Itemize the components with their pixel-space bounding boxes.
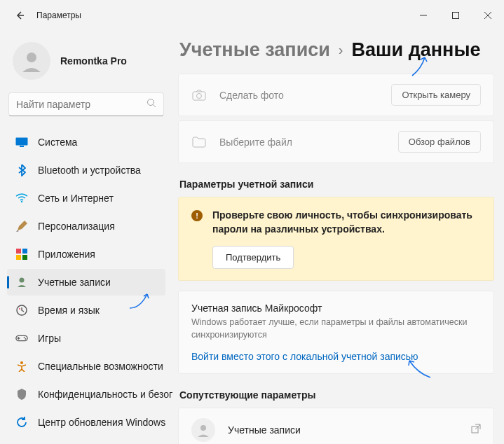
system-icon bbox=[15, 136, 28, 148]
svg-rect-9 bbox=[22, 255, 27, 260]
sidebar-item-label: Время и язык bbox=[38, 305, 100, 316]
svg-point-10 bbox=[20, 278, 25, 283]
chevron-right-icon: › bbox=[339, 42, 343, 58]
sidebar-item-accounts[interactable]: Учетные записи bbox=[7, 269, 165, 296]
svg-rect-6 bbox=[16, 249, 21, 254]
avatar bbox=[13, 42, 50, 80]
gaming-icon bbox=[15, 332, 28, 345]
browse-files-button[interactable]: Обзор файлов bbox=[398, 131, 481, 153]
camera-icon bbox=[191, 88, 207, 103]
svg-point-16 bbox=[20, 361, 23, 364]
svg-rect-3 bbox=[16, 138, 28, 146]
sidebar-item-time[interactable]: Время и язык bbox=[7, 297, 165, 324]
sidebar-item-label: Учетные записи bbox=[38, 277, 111, 288]
svg-point-2 bbox=[148, 99, 154, 106]
sidebar-item-update[interactable]: Центр обновления Windows bbox=[7, 409, 165, 436]
related-card: Учетные записи bbox=[178, 408, 494, 444]
breadcrumb: Учетные записи › Ваши данные bbox=[178, 39, 494, 61]
sidebar-item-label: Специальные возможности bbox=[38, 361, 163, 372]
sidebar-item-system[interactable]: Система bbox=[7, 129, 165, 155]
minimize-button[interactable] bbox=[407, 4, 440, 27]
sidebar: Remontka Pro СистемаBluetooth и устройст… bbox=[0, 31, 172, 444]
ms-account-card: Учетная запись Майкрософт Windows работа… bbox=[178, 291, 494, 374]
sidebar-item-gaming[interactable]: Игры bbox=[7, 325, 165, 352]
take-photo-row: Сделать фото Открыть камеру bbox=[179, 74, 493, 116]
close-button[interactable] bbox=[472, 4, 504, 27]
svg-point-18 bbox=[197, 93, 202, 98]
svg-point-5 bbox=[21, 201, 22, 202]
privacy-icon bbox=[15, 388, 28, 401]
search-icon bbox=[147, 98, 156, 111]
svg-rect-8 bbox=[16, 255, 21, 260]
breadcrumb-parent[interactable]: Учетные записи bbox=[179, 39, 330, 61]
avatar-icon bbox=[191, 418, 215, 442]
sidebar-item-label: Приложения bbox=[38, 249, 95, 260]
verify-button[interactable]: Подтвердить bbox=[212, 246, 294, 269]
maximize-icon bbox=[452, 12, 459, 19]
arrow-left-icon bbox=[15, 11, 25, 20]
svg-point-12 bbox=[19, 308, 20, 310]
svg-point-19 bbox=[200, 425, 206, 431]
sidebar-item-network[interactable]: Сеть и Интернет bbox=[7, 185, 165, 211]
svg-rect-7 bbox=[22, 249, 27, 254]
accessibility-icon bbox=[15, 360, 28, 373]
sidebar-item-accessibility[interactable]: Специальные возможности bbox=[7, 353, 165, 380]
user-area[interactable]: Remontka Pro bbox=[7, 36, 165, 92]
person-icon bbox=[19, 48, 44, 74]
file-card: Выберите файл Обзор файлов bbox=[178, 120, 494, 163]
close-icon bbox=[484, 12, 491, 19]
sidebar-item-apps[interactable]: Приложения bbox=[7, 241, 165, 268]
sidebar-item-personalize[interactable]: Персонализация bbox=[7, 213, 165, 240]
section-related-heading: Сопутствующие параметры bbox=[179, 389, 494, 401]
window-controls bbox=[407, 4, 504, 27]
personalize-icon bbox=[15, 220, 28, 233]
nav-list: СистемаBluetooth и устройстваСеть и Инте… bbox=[7, 129, 165, 436]
ms-account-desc: Windows работает лучше, если параметры и… bbox=[191, 317, 481, 341]
sidebar-item-label: Bluetooth и устройства bbox=[38, 165, 141, 176]
svg-rect-4 bbox=[20, 146, 24, 147]
sidebar-item-bluetooth[interactable]: Bluetooth и устройства bbox=[7, 157, 165, 183]
sidebar-item-label: Игры bbox=[38, 333, 61, 344]
maximize-button[interactable] bbox=[440, 4, 472, 27]
take-photo-label: Сделать фото bbox=[219, 90, 379, 101]
search-input[interactable] bbox=[16, 99, 147, 110]
svg-rect-17 bbox=[193, 92, 205, 100]
content-area: Учетные записи › Ваши данные Сделать фот… bbox=[172, 31, 504, 444]
choose-file-row: Выберите файл Обзор файлов bbox=[179, 121, 493, 162]
warning-icon: ! bbox=[191, 210, 203, 221]
sidebar-item-label: Сеть и Интернет bbox=[38, 193, 114, 204]
bluetooth-icon bbox=[15, 164, 28, 176]
local-account-link[interactable]: Войти вместо этого с локальной учетной з… bbox=[191, 351, 481, 362]
update-icon bbox=[15, 416, 28, 429]
minimize-icon bbox=[420, 12, 427, 19]
sidebar-item-label: Центр обновления Windows bbox=[38, 417, 165, 428]
photo-card: Сделать фото Открыть камеру bbox=[178, 74, 494, 116]
ms-account-title: Учетная запись Майкрософт bbox=[191, 303, 481, 314]
svg-rect-0 bbox=[453, 13, 459, 19]
svg-point-15 bbox=[25, 338, 27, 340]
breadcrumb-current: Ваши данные bbox=[352, 39, 481, 61]
related-label: Учетные записи bbox=[228, 424, 458, 436]
time-icon bbox=[15, 304, 28, 317]
external-link-icon bbox=[471, 424, 481, 436]
related-accounts-row[interactable]: Учетные записи bbox=[179, 408, 493, 444]
accounts-icon bbox=[15, 276, 28, 289]
section-account-heading: Параметры учетной записи bbox=[179, 179, 494, 190]
choose-file-label: Выберите файл bbox=[219, 137, 386, 148]
sidebar-item-privacy[interactable]: Конфиденциальность и безопасность bbox=[7, 381, 165, 408]
apps-icon bbox=[15, 248, 28, 261]
banner-text: Проверьте свою личность, чтобы синхрониз… bbox=[212, 209, 481, 236]
network-icon bbox=[15, 192, 28, 204]
titlebar: Параметры bbox=[0, 0, 504, 31]
user-name: Remontka Pro bbox=[60, 55, 127, 67]
sidebar-item-label: Система bbox=[38, 137, 77, 148]
svg-point-14 bbox=[24, 337, 25, 338]
search-box[interactable] bbox=[8, 92, 164, 116]
open-camera-button[interactable]: Открыть камеру bbox=[391, 84, 481, 106]
back-button[interactable] bbox=[13, 8, 27, 22]
sidebar-item-label: Конфиденциальность и безопасность bbox=[38, 389, 172, 400]
verify-banner: ! Проверьте свою личность, чтобы синхрон… bbox=[178, 197, 494, 281]
folder-icon bbox=[191, 134, 207, 150]
sidebar-item-label: Персонализация bbox=[38, 221, 115, 232]
window-title: Параметры bbox=[36, 11, 81, 20]
